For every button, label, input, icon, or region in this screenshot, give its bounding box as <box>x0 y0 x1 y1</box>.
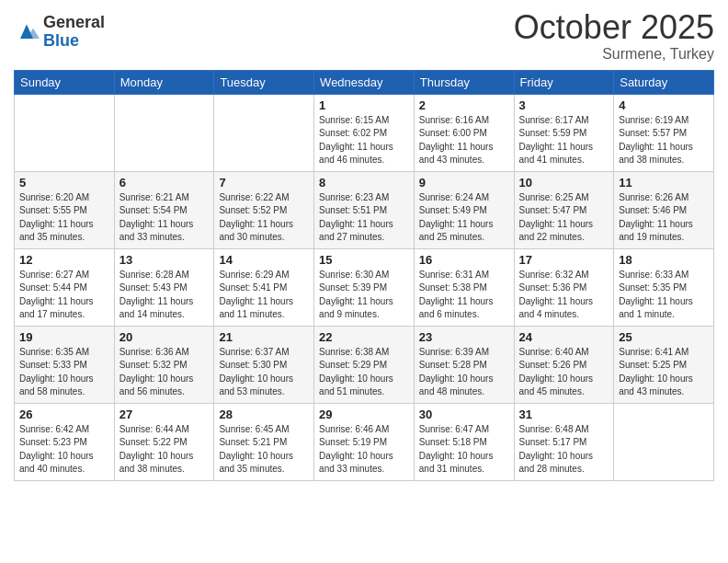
day-info: Sunrise: 6:27 AM Sunset: 5:44 PM Dayligh… <box>19 269 109 322</box>
day-number: 14 <box>219 253 309 267</box>
day-info: Sunrise: 6:20 AM Sunset: 5:55 PM Dayligh… <box>19 191 109 245</box>
table-row: 7Sunrise: 6:22 AM Sunset: 5:52 PM Daylig… <box>214 171 314 248</box>
table-row: 10Sunrise: 6:25 AM Sunset: 5:47 PM Dayli… <box>514 171 614 248</box>
day-info: Sunrise: 6:33 AM Sunset: 5:35 PM Dayligh… <box>619 269 709 322</box>
header-sunday: Sunday <box>15 70 115 94</box>
calendar: Sunday Monday Tuesday Wednesday Thursday… <box>14 70 714 481</box>
table-row: 3Sunrise: 6:17 AM Sunset: 5:59 PM Daylig… <box>514 94 614 171</box>
day-info: Sunrise: 6:29 AM Sunset: 5:41 PM Dayligh… <box>219 269 309 322</box>
day-info: Sunrise: 6:19 AM Sunset: 5:57 PM Dayligh… <box>619 114 709 167</box>
calendar-week-row: 12Sunrise: 6:27 AM Sunset: 5:44 PM Dayli… <box>15 248 714 326</box>
header-wednesday: Wednesday <box>314 70 415 94</box>
calendar-week-row: 1Sunrise: 6:15 AM Sunset: 6:02 PM Daylig… <box>15 94 714 171</box>
day-number: 16 <box>419 253 509 267</box>
page: General Blue October 2025 Surmene, Turke… <box>0 0 728 563</box>
table-row: 23Sunrise: 6:39 AM Sunset: 5:28 PM Dayli… <box>414 326 514 403</box>
day-info: Sunrise: 6:17 AM Sunset: 5:59 PM Dayligh… <box>519 114 609 167</box>
calendar-week-row: 26Sunrise: 6:42 AM Sunset: 5:23 PM Dayli… <box>15 403 714 480</box>
table-row: 25Sunrise: 6:41 AM Sunset: 5:25 PM Dayli… <box>614 326 714 403</box>
day-number: 1 <box>319 98 409 112</box>
day-number: 11 <box>619 176 709 190</box>
day-number: 19 <box>19 330 109 344</box>
table-row: 8Sunrise: 6:23 AM Sunset: 5:51 PM Daylig… <box>314 171 415 248</box>
table-row: 16Sunrise: 6:31 AM Sunset: 5:38 PM Dayli… <box>414 248 514 326</box>
day-number: 27 <box>119 408 210 421</box>
day-info: Sunrise: 6:15 AM Sunset: 6:02 PM Dayligh… <box>319 114 409 167</box>
header: General Blue October 2025 Surmene, Turke… <box>14 9 714 63</box>
day-info: Sunrise: 6:45 AM Sunset: 5:21 PM Dayligh… <box>219 423 309 477</box>
day-number: 22 <box>319 330 409 344</box>
header-friday: Friday <box>514 70 614 94</box>
logo-general-text: General <box>43 14 105 32</box>
table-row: 27Sunrise: 6:44 AM Sunset: 5:22 PM Dayli… <box>114 403 214 480</box>
day-info: Sunrise: 6:26 AM Sunset: 5:46 PM Dayligh… <box>619 191 709 245</box>
table-row: 24Sunrise: 6:40 AM Sunset: 5:26 PM Dayli… <box>514 326 614 403</box>
day-info: Sunrise: 6:31 AM Sunset: 5:38 PM Dayligh… <box>419 269 509 322</box>
day-number: 25 <box>619 330 709 344</box>
day-number: 6 <box>119 176 210 190</box>
day-info: Sunrise: 6:42 AM Sunset: 5:23 PM Dayligh… <box>19 423 109 477</box>
location: Surmene, Turkey <box>514 46 714 63</box>
table-row: 31Sunrise: 6:48 AM Sunset: 5:17 PM Dayli… <box>514 403 614 480</box>
day-info: Sunrise: 6:16 AM Sunset: 6:00 PM Dayligh… <box>419 114 509 167</box>
weekday-row: Sunday Monday Tuesday Wednesday Thursday… <box>15 70 714 94</box>
table-row: 5Sunrise: 6:20 AM Sunset: 5:55 PM Daylig… <box>15 171 115 248</box>
day-number: 31 <box>519 408 609 421</box>
table-row: 4Sunrise: 6:19 AM Sunset: 5:57 PM Daylig… <box>614 94 714 171</box>
header-saturday: Saturday <box>614 70 714 94</box>
table-row: 26Sunrise: 6:42 AM Sunset: 5:23 PM Dayli… <box>15 403 115 480</box>
day-info: Sunrise: 6:48 AM Sunset: 5:17 PM Dayligh… <box>519 423 609 477</box>
day-number: 24 <box>519 330 609 344</box>
calendar-body: 1Sunrise: 6:15 AM Sunset: 6:02 PM Daylig… <box>15 94 714 480</box>
day-number: 15 <box>319 253 409 267</box>
day-info: Sunrise: 6:44 AM Sunset: 5:22 PM Dayligh… <box>119 423 210 477</box>
table-row: 30Sunrise: 6:47 AM Sunset: 5:18 PM Dayli… <box>414 403 514 480</box>
day-number: 3 <box>519 98 609 112</box>
table-row: 21Sunrise: 6:37 AM Sunset: 5:30 PM Dayli… <box>214 326 314 403</box>
table-row: 12Sunrise: 6:27 AM Sunset: 5:44 PM Dayli… <box>15 248 115 326</box>
day-number: 26 <box>19 408 109 421</box>
table-row: 29Sunrise: 6:46 AM Sunset: 5:19 PM Dayli… <box>314 403 415 480</box>
day-info: Sunrise: 6:47 AM Sunset: 5:18 PM Dayligh… <box>419 423 509 477</box>
day-info: Sunrise: 6:38 AM Sunset: 5:29 PM Dayligh… <box>319 346 409 399</box>
day-info: Sunrise: 6:41 AM Sunset: 5:25 PM Dayligh… <box>619 346 709 399</box>
table-row: 19Sunrise: 6:35 AM Sunset: 5:33 PM Dayli… <box>15 326 115 403</box>
day-number: 8 <box>319 176 409 190</box>
day-number: 13 <box>119 253 210 267</box>
day-info: Sunrise: 6:40 AM Sunset: 5:26 PM Dayligh… <box>519 346 609 399</box>
day-info: Sunrise: 6:32 AM Sunset: 5:36 PM Dayligh… <box>519 269 609 322</box>
day-info: Sunrise: 6:25 AM Sunset: 5:47 PM Dayligh… <box>519 191 609 245</box>
logo: General Blue <box>14 14 105 51</box>
header-thursday: Thursday <box>414 70 514 94</box>
calendar-week-row: 19Sunrise: 6:35 AM Sunset: 5:33 PM Dayli… <box>15 326 714 403</box>
table-row: 1Sunrise: 6:15 AM Sunset: 6:02 PM Daylig… <box>314 94 415 171</box>
day-number: 21 <box>219 330 309 344</box>
day-info: Sunrise: 6:36 AM Sunset: 5:32 PM Dayligh… <box>119 346 210 399</box>
table-row: 2Sunrise: 6:16 AM Sunset: 6:00 PM Daylig… <box>414 94 514 171</box>
logo-icon <box>14 19 40 45</box>
table-row: 6Sunrise: 6:21 AM Sunset: 5:54 PM Daylig… <box>114 171 214 248</box>
day-number: 18 <box>619 253 709 267</box>
day-info: Sunrise: 6:24 AM Sunset: 5:49 PM Dayligh… <box>419 191 509 245</box>
logo-text: General Blue <box>43 14 105 51</box>
day-number: 4 <box>619 98 709 112</box>
day-info: Sunrise: 6:22 AM Sunset: 5:52 PM Dayligh… <box>219 191 309 245</box>
day-number: 12 <box>19 253 109 267</box>
table-row: 17Sunrise: 6:32 AM Sunset: 5:36 PM Dayli… <box>514 248 614 326</box>
table-row: 9Sunrise: 6:24 AM Sunset: 5:49 PM Daylig… <box>414 171 514 248</box>
month-title: October 2025 <box>514 9 714 46</box>
title-block: October 2025 Surmene, Turkey <box>514 9 714 63</box>
table-row <box>614 403 714 480</box>
day-info: Sunrise: 6:37 AM Sunset: 5:30 PM Dayligh… <box>219 346 309 399</box>
calendar-week-row: 5Sunrise: 6:20 AM Sunset: 5:55 PM Daylig… <box>15 171 714 248</box>
day-number: 23 <box>419 330 509 344</box>
header-tuesday: Tuesday <box>214 70 314 94</box>
calendar-header: Sunday Monday Tuesday Wednesday Thursday… <box>15 70 714 94</box>
table-row: 18Sunrise: 6:33 AM Sunset: 5:35 PM Dayli… <box>614 248 714 326</box>
day-number: 10 <box>519 176 609 190</box>
logo-blue-text: Blue <box>43 32 105 51</box>
day-info: Sunrise: 6:35 AM Sunset: 5:33 PM Dayligh… <box>19 346 109 399</box>
day-number: 17 <box>519 253 609 267</box>
day-number: 2 <box>419 98 509 112</box>
table-row: 20Sunrise: 6:36 AM Sunset: 5:32 PM Dayli… <box>114 326 214 403</box>
